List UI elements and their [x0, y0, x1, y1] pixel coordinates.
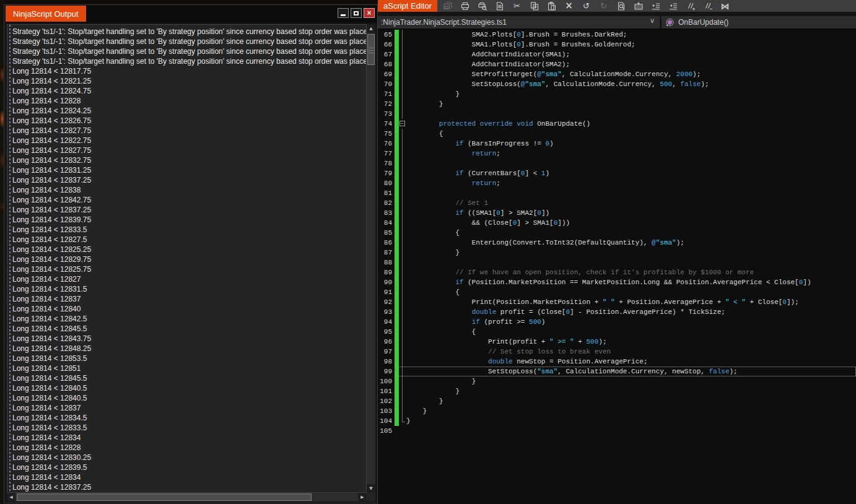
code-text[interactable] [406, 109, 856, 119]
scroll-up-icon[interactable]: ▲ [367, 24, 375, 33]
code-text[interactable]: SetStopLoss("sma", CalculationMode.Curre… [406, 367, 856, 376]
code-line[interactable]: 75 { [378, 129, 856, 139]
code-text[interactable]: } [406, 396, 856, 406]
code-text[interactable]: { [406, 287, 856, 297]
code-text[interactable]: AddChartIndicator(SMA2); [406, 59, 856, 69]
code-line[interactable]: 79 if (CurrentBars[0] < 1) [378, 168, 856, 178]
code-line[interactable]: 98 double newStop = Position.AveragePric… [378, 357, 856, 367]
output-log-area[interactable]: Strategy 'ts1/-1': Stop/target handling … [7, 24, 367, 493]
code-line[interactable]: 69 SetProfitTarget(@"sma", CalculationMo… [378, 69, 856, 79]
code-line[interactable]: 81 [378, 188, 856, 198]
code-line[interactable]: 91 { [378, 287, 856, 297]
scroll-down-icon[interactable]: ▼ [367, 484, 375, 493]
code-line[interactable]: 96 Print(profit + " >= " + 500); [378, 337, 856, 347]
code-line[interactable]: 97 // Set stop loss to break even [378, 347, 856, 357]
code-line[interactable]: 105 [378, 426, 856, 436]
cut-icon[interactable]: ✂ [512, 1, 522, 11]
paste-icon[interactable] [546, 1, 557, 11]
code-line[interactable]: 88 [378, 258, 856, 267]
code-text[interactable]: return; [406, 149, 856, 159]
comment-icon[interactable] [685, 1, 696, 11]
code-line[interactable]: 83 if ((SMA1[0] > SMA2[0]) [378, 208, 856, 218]
code-line[interactable]: 93 double profit = (Close[0] - Position.… [378, 307, 856, 317]
select-all-icon[interactable] [494, 1, 505, 11]
code-line[interactable]: 86 EnterLong(Convert.ToInt32(DefaultQuan… [378, 238, 856, 248]
uncomment-icon[interactable] [702, 1, 713, 11]
code-line[interactable]: 78 [378, 159, 856, 168]
code-line[interactable]: 89 // If we have an open position, check… [378, 267, 856, 277]
code-text[interactable]: // If we have an open position, check if… [406, 267, 856, 277]
code-text[interactable] [406, 426, 856, 436]
delete-icon[interactable]: × [564, 1, 574, 11]
output-titlebar[interactable]: NinjaScript Output × [4, 5, 377, 23]
output-title-tab[interactable]: NinjaScript Output [6, 6, 86, 22]
code-line[interactable]: 95 { [378, 327, 856, 337]
undo-icon[interactable]: ↺ [581, 1, 592, 11]
code-text[interactable]: double profit = (Close[0] - Position.Ave… [406, 307, 856, 317]
code-line[interactable]: 67 AddChartIndicator(SMA1); [378, 50, 856, 59]
code-line[interactable]: 90 if (Position.MarketPosition == Market… [378, 277, 856, 287]
code-text[interactable]: protected override void OnBarUpdate() [406, 119, 856, 129]
code-line[interactable]: 80 return; [378, 178, 856, 188]
save-all-icon[interactable] [442, 1, 453, 11]
vertical-scroll-thumb[interactable] [367, 34, 375, 65]
code-line[interactable]: 84 && (Close[0] > SMA1[0])) [378, 218, 856, 228]
code-line[interactable]: 102 } [378, 396, 856, 406]
code-text[interactable]: Print(Position.MarketPosition + " " + Po… [406, 297, 856, 307]
horizontal-scroll-thumb[interactable] [17, 493, 312, 501]
code-text[interactable]: { [406, 228, 856, 238]
class-dropdown[interactable]: :NinjaTrader.NinjaScript.Strategies.ts1 … [378, 16, 660, 28]
code-text[interactable]: } [406, 376, 856, 386]
code-line[interactable]: 99 SetStopLoss("sma", CalculationMode.Cu… [378, 367, 856, 376]
output-horizontal-scrollbar[interactable]: ◀ ▶ [7, 493, 367, 502]
compile-icon[interactable]: ⋈ [720, 1, 730, 11]
code-text[interactable]: { [406, 327, 856, 337]
code-text[interactable]: if (profit >= 500) [406, 317, 856, 327]
code-text[interactable]: // Set 1 [406, 198, 856, 208]
output-vertical-scrollbar[interactable]: ▲ ▼ [367, 24, 375, 493]
indent-icon[interactable] [668, 1, 678, 11]
code-line[interactable]: 100 } [378, 376, 856, 386]
code-line[interactable]: 103 } [378, 406, 856, 416]
code-line[interactable]: 71 } [378, 89, 856, 99]
code-text[interactable] [406, 258, 856, 267]
code-line[interactable]: 70 SetStopLoss(@"sma", CalculationMode.C… [378, 79, 856, 89]
code-line[interactable]: 73 [378, 109, 856, 119]
code-text[interactable]: if (CurrentBars[0] < 1) [406, 168, 856, 178]
print-icon[interactable] [460, 1, 470, 11]
snippets-icon[interactable] [633, 1, 644, 11]
code-line[interactable]: 77 return; [378, 149, 856, 159]
code-text[interactable]: SMA1.Plots[0].Brush = Brushes.Goldenrod; [406, 40, 856, 50]
code-line[interactable]: 87 } [378, 248, 856, 258]
code-text[interactable]: EnterLong(Convert.ToInt32(DefaultQuantit… [406, 238, 856, 248]
minimize-icon[interactable] [338, 8, 349, 18]
chevron-down-icon[interactable]: ∨ [650, 17, 655, 25]
code-line[interactable]: 94 if (profit >= 500) [378, 317, 856, 327]
code-text[interactable]: AddChartIndicator(SMA1); [406, 50, 856, 59]
code-text[interactable]: && (Close[0] > SMA1[0])) [406, 218, 856, 228]
code-text[interactable]: { [406, 129, 856, 139]
code-line[interactable]: 104} [378, 416, 856, 426]
redo-icon[interactable]: ↻ [598, 1, 609, 11]
code-text[interactable]: if (BarsInProgress != 0) [406, 139, 856, 149]
code-text[interactable]: } [406, 89, 856, 99]
scroll-right-icon[interactable]: ▶ [358, 493, 367, 502]
code-text[interactable]: if (Position.MarketPosition == MarketPos… [406, 277, 856, 287]
code-editor-area[interactable]: 65 SMA2.Plots[0].Brush = Brushes.DarkRed… [378, 30, 856, 504]
collapse-region-icon[interactable]: − [400, 121, 405, 126]
print-preview-icon[interactable] [477, 1, 487, 11]
find-icon[interactable] [616, 1, 626, 11]
code-text[interactable]: SetStopLoss(@"sma", CalculationMode.Curr… [406, 79, 856, 89]
code-line[interactable]: 92 Print(Position.MarketPosition + " " +… [378, 297, 856, 307]
code-line[interactable]: 74− protected override void OnBarUpdate(… [378, 119, 856, 129]
scroll-left-icon[interactable]: ◀ [7, 493, 15, 502]
code-text[interactable]: } [406, 386, 856, 396]
method-dropdown[interactable]: OnBarUpdate() [662, 16, 856, 28]
close-icon[interactable]: × [364, 8, 375, 18]
code-text[interactable]: return; [406, 178, 856, 188]
outline-margin[interactable]: − [399, 119, 406, 129]
code-line[interactable]: 72 } [378, 99, 856, 109]
code-text[interactable] [406, 188, 856, 198]
code-text[interactable]: } [406, 248, 856, 258]
outdent-icon[interactable] [650, 1, 661, 11]
